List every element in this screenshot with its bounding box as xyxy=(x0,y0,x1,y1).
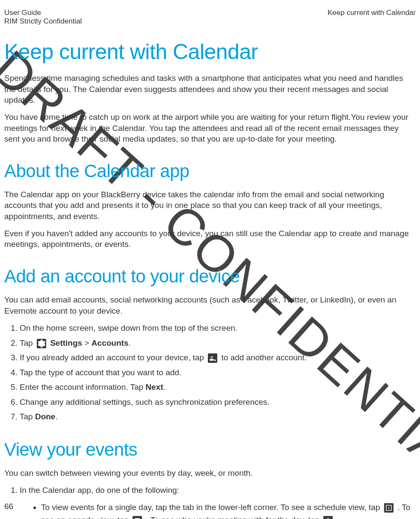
svg-text:@: @ xyxy=(210,355,213,359)
list-item: Enter the account information. Tap Next. xyxy=(20,381,416,394)
header-left-line1: User Guide xyxy=(4,9,82,17)
list-item: Tap Done. xyxy=(20,411,416,423)
list-item: Tap Settings > Accounts. xyxy=(20,337,416,350)
about-paragraph-1: The Calendar app on your BlackBerry devi… xyxy=(4,189,416,222)
list-item: If you already added an account to your … xyxy=(20,352,416,364)
step-text: Tap xyxy=(20,338,35,347)
step-text: . xyxy=(128,338,130,347)
schedule-view-icon xyxy=(384,503,393,513)
next-label: Next xyxy=(145,383,163,391)
settings-label: Settings xyxy=(48,338,82,347)
list-item: Change any additional settings, such as … xyxy=(20,396,416,409)
about-paragraph-2: Even if you haven't added any accounts t… xyxy=(4,228,416,250)
add-account-desc: You can add email accounts, social netwo… xyxy=(4,294,416,316)
people-view-icon xyxy=(323,516,333,519)
settings-icon xyxy=(37,339,46,348)
intro-paragraph-1: Spend less time managing schedules and t… xyxy=(4,73,416,106)
step-text: > xyxy=(82,338,92,347)
step-text: to add another account. xyxy=(219,353,307,362)
add-account-steps: On the home screen, swipe down from the … xyxy=(4,322,416,423)
step-text: In the Calendar app, do one of the follo… xyxy=(20,486,179,495)
done-label: Done xyxy=(35,412,56,421)
about-heading: About the Calendar app xyxy=(4,161,416,181)
view-events-desc: You can switch between viewing your even… xyxy=(4,468,416,479)
bullet-text: To view events for a single day, tap the… xyxy=(41,503,382,512)
svg-point-3 xyxy=(388,507,389,508)
header-left-line2: RIM Strictly Confidential xyxy=(4,17,82,26)
view-events-steps: In the Calendar app, do one of the follo… xyxy=(4,484,416,519)
step-text: Tap xyxy=(20,412,35,421)
accounts-label: Accounts xyxy=(92,338,129,347)
add-account-heading: Add an account to your device xyxy=(4,266,416,287)
bullet-text: . xyxy=(334,516,339,519)
list-item: In the Calendar app, do one of the follo… xyxy=(20,484,416,519)
step-text: Enter the account information. Tap xyxy=(20,383,145,391)
view-events-bullets: To view events for a single day, tap the… xyxy=(20,501,416,519)
step-text: If you already added an account to your … xyxy=(20,353,206,362)
svg-rect-1 xyxy=(210,359,214,361)
add-account-icon: @ xyxy=(208,353,217,363)
header-right: Keep current with Calendar xyxy=(328,9,416,26)
page-title: Keep current with Calendar xyxy=(4,39,416,64)
list-item: To view events for a single day, tap the… xyxy=(41,501,416,519)
step-text: . xyxy=(55,412,57,421)
step-text: . xyxy=(163,383,166,391)
list-item: On the home screen, swipe down from the … xyxy=(20,322,416,335)
view-events-heading: View your events xyxy=(4,439,416,460)
agenda-view-icon xyxy=(133,516,142,519)
page-header: User Guide RIM Strictly Confidential Kee… xyxy=(4,9,416,26)
intro-paragraph-2: You have some time to catch up on work a… xyxy=(4,112,416,145)
list-item: Tap the type of account that you want to… xyxy=(20,367,416,379)
bullet-text: . To see who you're meeting with for the… xyxy=(144,516,322,519)
